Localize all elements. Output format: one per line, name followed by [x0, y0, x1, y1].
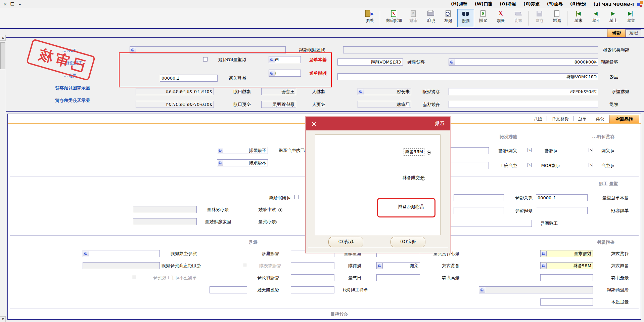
toolbar-preview-button[interactable]: 预览: [440, 9, 457, 27]
dialog-close-icon[interactable]: ×: [309, 119, 319, 128]
max-stock-field[interactable]: [376, 274, 420, 281]
menu-item-window[interactable]: 窗口(W): [475, 1, 492, 7]
manage-batch-checkbox[interactable]: [243, 251, 247, 255]
toolbar-cancel-audit-button[interactable]: ✗ 取消审核: [383, 9, 404, 27]
toolbar-last-record-button[interactable]: ▶| 末笔: [570, 9, 587, 27]
lookup-icon[interactable]: [449, 59, 455, 65]
toolbar-copy-button[interactable]: $ 复制: [475, 9, 492, 27]
tab-units[interactable]: 单位: [574, 115, 591, 123]
vertical-scrollbar[interactable]: ▲ ▼: [0, 35, 6, 322]
material-field[interactable]: [449, 101, 598, 108]
lookup-icon[interactable]: [541, 251, 547, 256]
backflush-checkbox[interactable]: [294, 195, 299, 199]
can-sell-checkbox[interactable]: ✓: [527, 148, 532, 152]
link-show-with-image[interactable]: 显示有图片的存货: [55, 85, 90, 91]
factory-flow-field[interactable]: 不做限制: [217, 147, 268, 154]
base-unit-weight-field[interactable]: 1.00000: [536, 194, 588, 201]
supply-mode-field[interactable]: MRP备料: [540, 262, 593, 269]
lookup-icon[interactable]: [83, 251, 89, 256]
latest-cost-field[interactable]: [540, 298, 593, 306]
new-doc-icon: [555, 9, 560, 18]
lookup-icon[interactable]: [218, 148, 223, 153]
lookup-icon[interactable]: [479, 287, 485, 293]
mrp-supply-radio[interactable]: [427, 151, 431, 155]
toolbar-first-record-button[interactable]: |◀ 首笔: [623, 9, 639, 27]
shelf-life-field[interactable]: [210, 286, 247, 293]
stock-mode-field[interactable]: 采购: [376, 262, 420, 269]
tab-edit[interactable]: 编辑: [607, 29, 626, 37]
close-window-button[interactable]: ×: [1, 2, 9, 7]
base-unit-field[interactable]: PCS: [269, 56, 301, 63]
toolbar-new-button[interactable]: 新增: [549, 9, 565, 27]
toolbar-print-button[interactable]: 打印: [422, 9, 439, 27]
short-name-field[interactable]: CR12MOV精料: [337, 58, 403, 66]
barcode-field[interactable]: [454, 207, 504, 214]
restore-button[interactable]: ❐: [9, 2, 16, 7]
lookup-icon[interactable]: [377, 263, 383, 269]
tab-images[interactable]: 图片: [530, 115, 546, 123]
can-bom-checkbox[interactable]: ✓: [527, 163, 532, 167]
no-manual-change-checkbox[interactable]: [132, 275, 136, 279]
tab-browse[interactable]: 浏览: [626, 29, 641, 37]
status-field: 已审核: [358, 101, 411, 108]
scrollbar-thumb[interactable]: [0, 42, 5, 69]
tab-classification[interactable]: 分类: [592, 115, 608, 123]
purchase-unit-field[interactable]: KG: [269, 70, 301, 77]
code-category-field[interactable]: [343, 46, 598, 53]
product-name-field[interactable]: CR12MOV精料: [337, 73, 598, 80]
toolbar-prev-record-button[interactable]: ◀ 上笔: [605, 9, 622, 27]
toolbar-save-button[interactable]: 存盘: [531, 9, 548, 27]
toolbar-delete-button[interactable]: ✗ 删除: [492, 9, 509, 27]
lookup-icon[interactable]: [218, 160, 223, 166]
manage-serial-checkbox[interactable]: [243, 275, 247, 279]
toolbar-next-record-button[interactable]: ▶ 下笔: [588, 9, 604, 27]
spec-field[interactable]: 250*240*35: [449, 88, 598, 95]
min-stock-field[interactable]: [540, 274, 593, 281]
lookup-icon[interactable]: [130, 47, 136, 53]
conversion-field[interactable]: 1.00000: [160, 75, 218, 82]
purchase-sales-ratio-field[interactable]: [450, 147, 489, 154]
supplier-code-field[interactable]: [479, 286, 593, 293]
toolbar-filter-button[interactable]: 筛选: [457, 9, 474, 27]
tab-item-properties[interactable]: 料品属性: [609, 115, 639, 123]
menu-item-record[interactable]: 记录(R): [570, 1, 586, 7]
item-code-field[interactable]: 40040008: [449, 58, 598, 66]
menu-item-operate[interactable]: 操作(O): [500, 1, 516, 7]
help-dialog: 帮助 × MRP备料 长交期备料 营业预估备料 确定(O) 取消(C): [306, 117, 450, 253]
pay-by-weight-checkbox[interactable]: [203, 57, 208, 62]
manage-expiry-checkbox[interactable]: [243, 263, 247, 267]
lookup-icon[interactable]: [358, 89, 364, 94]
scroll-up-icon[interactable]: ▲: [0, 35, 6, 41]
by-request-radio[interactable]: [278, 208, 282, 212]
lookup-icon[interactable]: [269, 70, 275, 76]
daily-output-field[interactable]: [291, 274, 334, 281]
box-volume-field[interactable]: [536, 207, 588, 214]
order-mode-field[interactable]: 按需求量: [540, 250, 593, 257]
production-ratio-field[interactable]: [450, 162, 489, 169]
menu-item-help[interactable]: 帮助(H): [451, 1, 467, 7]
cancel-button[interactable]: 取消(C): [328, 237, 363, 247]
level-field[interactable]: 未分级: [358, 88, 411, 95]
toolbar-close-button[interactable]: ◀ 关闭: [361, 9, 378, 27]
can-produce-checkbox[interactable]: ✓: [589, 163, 593, 167]
can-purchase-checkbox[interactable]: ✓: [589, 148, 593, 152]
customs-code-field[interactable]: [454, 194, 504, 201]
menu-item-report[interactable]: 报表(R): [523, 1, 540, 7]
lead-time-field[interactable]: [291, 262, 334, 269]
toolbar-discard-button[interactable]: 放弃: [510, 9, 526, 27]
menu-item-ui[interactable]: 界面(F): [547, 1, 563, 7]
batch-rule-field[interactable]: [83, 250, 160, 257]
second-flow-field[interactable]: 不做限制: [217, 159, 268, 166]
batch-rule-label: 批号生成规则: [171, 251, 197, 257]
lookup-icon[interactable]: [269, 57, 275, 63]
menu-item-app[interactable]: T-GROUP ERP (E): [594, 2, 635, 7]
ok-button[interactable]: 确定(O): [390, 237, 425, 247]
minimize-button[interactable]: –: [16, 2, 24, 7]
tab-qualification-files[interactable]: 资格文件: [547, 115, 573, 123]
create-date-label: 建档日期: [233, 89, 251, 95]
link-show-unclassified[interactable]: 显示无分类的存货: [55, 97, 90, 104]
lookup-icon[interactable]: [541, 263, 547, 269]
scroll-down-icon[interactable]: ▼: [0, 316, 6, 322]
unit-work-time-field[interactable]: [291, 286, 334, 293]
toolbar-audit-button[interactable]: ✎ 审核: [405, 9, 422, 27]
